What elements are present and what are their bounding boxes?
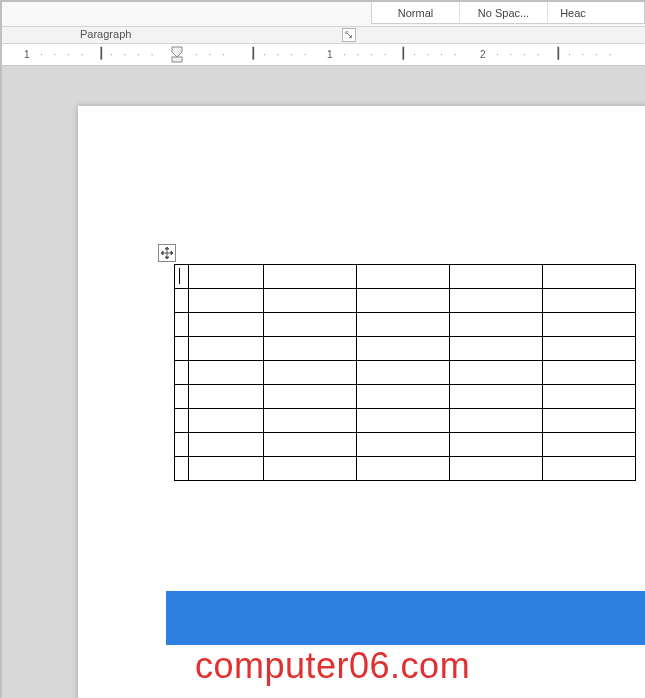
table-cell[interactable] — [264, 361, 357, 385]
document-table[interactable] — [174, 264, 636, 481]
table-cell[interactable] — [189, 361, 264, 385]
table-cell[interactable] — [189, 337, 264, 361]
table-row[interactable] — [175, 337, 636, 361]
table-cell[interactable] — [357, 457, 450, 481]
table-row[interactable] — [175, 457, 636, 481]
watermark-text: computer06.com — [195, 645, 470, 687]
ruler-tab-stop-3[interactable]: ┃ — [400, 47, 407, 60]
table-cell[interactable] — [264, 337, 357, 361]
table-row[interactable] — [175, 385, 636, 409]
indent-marker-icon — [170, 45, 184, 63]
ruler-ticks: · · · · — [263, 49, 310, 60]
table-cell[interactable] — [264, 289, 357, 313]
ruler-ticks: · · · — [195, 49, 229, 60]
table-row[interactable] — [175, 409, 636, 433]
table-cell[interactable] — [264, 457, 357, 481]
table-cell[interactable] — [543, 385, 636, 409]
table-row[interactable] — [175, 265, 636, 289]
table-cell[interactable] — [189, 313, 264, 337]
svg-marker-0 — [172, 47, 182, 57]
table-cell[interactable] — [543, 289, 636, 313]
ruler-ticks: · · · · — [110, 49, 157, 60]
paragraph-group-label: Paragraph — [80, 28, 131, 40]
table-cell[interactable] — [450, 433, 543, 457]
ruler-tab-stop-1[interactable]: ┃ — [98, 47, 105, 60]
ruler-mark-neg1: 1 — [24, 49, 30, 60]
table-cell[interactable] — [189, 385, 264, 409]
table-cell[interactable] — [264, 433, 357, 457]
first-line-indent-marker[interactable] — [170, 45, 184, 65]
table-cell[interactable] — [189, 457, 264, 481]
table-row[interactable] — [175, 289, 636, 313]
table-cell[interactable] — [175, 433, 189, 457]
document-canvas[interactable]: computer06.com — [0, 66, 645, 698]
move-icon — [161, 247, 173, 259]
table-cell[interactable] — [357, 289, 450, 313]
table-cell[interactable] — [450, 361, 543, 385]
table-cell[interactable] — [450, 457, 543, 481]
table-cell[interactable] — [543, 361, 636, 385]
selection-highlight — [166, 591, 645, 645]
style-no-spacing-label: No Spac... — [478, 7, 529, 19]
style-heading-label: Heac — [560, 7, 586, 19]
paragraph-dialog-launcher[interactable] — [342, 28, 356, 42]
table-cell[interactable] — [543, 409, 636, 433]
table-cell[interactable] — [450, 265, 543, 289]
table-cell[interactable] — [189, 265, 264, 289]
ruler-tab-stop-2[interactable]: ┃ — [250, 47, 257, 60]
table-body — [175, 265, 636, 481]
table-cell[interactable] — [175, 385, 189, 409]
table-cell[interactable] — [175, 337, 189, 361]
table-cell[interactable] — [450, 313, 543, 337]
table-cell[interactable] — [175, 265, 189, 289]
table-cell[interactable] — [264, 313, 357, 337]
dialog-launcher-icon — [345, 31, 353, 39]
table-cell[interactable] — [357, 337, 450, 361]
table-cell[interactable] — [357, 361, 450, 385]
table-row[interactable] — [175, 313, 636, 337]
table-cell[interactable] — [357, 265, 450, 289]
table-cell[interactable] — [543, 313, 636, 337]
table-cell[interactable] — [450, 409, 543, 433]
ruler-mark-2: 2 — [480, 49, 486, 60]
ruler-ticks: · · · · — [413, 49, 460, 60]
table-cell[interactable] — [189, 409, 264, 433]
table-cell[interactable] — [264, 409, 357, 433]
ruler-ticks: · · · · — [40, 49, 87, 60]
style-normal-label: Normal — [398, 7, 433, 19]
ruler-ticks: · · · · — [568, 49, 615, 60]
word-window: Normal No Spac... Heac Paragraph 1 · · ·… — [0, 0, 645, 698]
text-cursor — [179, 268, 180, 284]
table-cell[interactable] — [175, 289, 189, 313]
table-cell[interactable] — [543, 265, 636, 289]
table-row[interactable] — [175, 433, 636, 457]
table-cell[interactable] — [264, 265, 357, 289]
table-cell[interactable] — [264, 385, 357, 409]
style-no-spacing[interactable]: No Spac... — [460, 0, 548, 22]
table-cell[interactable] — [450, 385, 543, 409]
ribbon-group-labels: Paragraph — [0, 27, 645, 44]
table-cell[interactable] — [175, 361, 189, 385]
horizontal-ruler[interactable]: 1 · · · · ┃ · · · · · · · ┃ · · · · 1 · … — [0, 44, 645, 66]
table-cell[interactable] — [175, 313, 189, 337]
style-normal[interactable]: Normal — [372, 0, 460, 22]
table-cell[interactable] — [189, 433, 264, 457]
style-heading[interactable]: Heac — [548, 0, 598, 22]
ruler-tab-stop-4[interactable]: ┃ — [555, 47, 562, 60]
table-cell[interactable] — [189, 289, 264, 313]
table-cell[interactable] — [357, 409, 450, 433]
ribbon-area: Normal No Spac... Heac — [0, 0, 645, 27]
table-cell[interactable] — [450, 337, 543, 361]
table-cell[interactable] — [357, 433, 450, 457]
table-cell[interactable] — [175, 409, 189, 433]
style-gallery[interactable]: Normal No Spac... Heac — [371, 0, 645, 24]
table-cell[interactable] — [450, 289, 543, 313]
table-cell[interactable] — [357, 313, 450, 337]
table-move-handle[interactable] — [158, 244, 176, 262]
table-cell[interactable] — [357, 385, 450, 409]
table-cell[interactable] — [543, 457, 636, 481]
table-cell[interactable] — [543, 433, 636, 457]
table-cell[interactable] — [543, 337, 636, 361]
table-cell[interactable] — [175, 457, 189, 481]
table-row[interactable] — [175, 361, 636, 385]
